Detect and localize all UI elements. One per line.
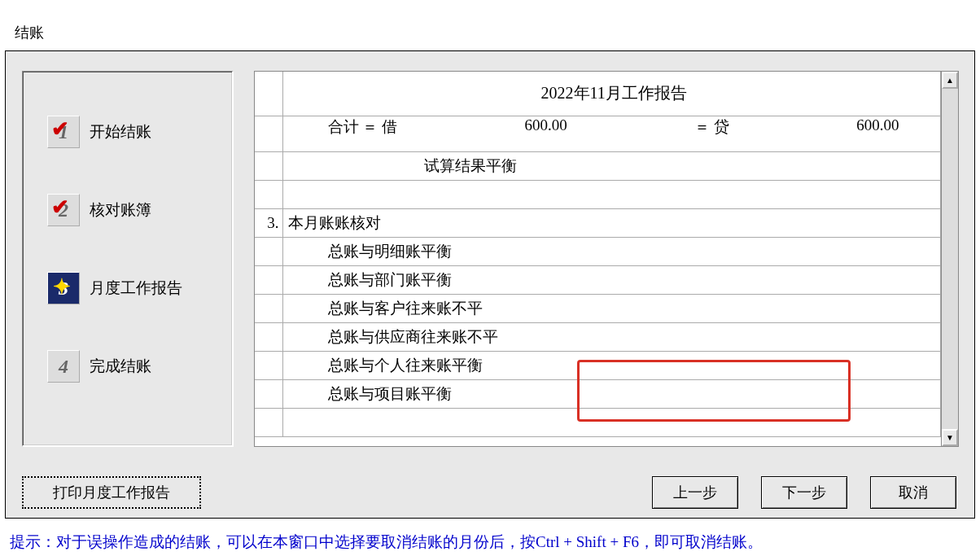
balance-result: 试算结果平衡 (282, 152, 941, 181)
report-title: 2022年11月工作报告 (282, 72, 941, 116)
totals-row: 合计 ＝ 借 600.00 ＝ 贷 600.00 (255, 116, 941, 152)
list-item: 总账与部门账平衡 (255, 266, 941, 295)
list-item: 总账与项目账平衡 (255, 380, 941, 409)
main-panel: 1 开始结账 2 核对账簿 3 月度工作报告 4 完成结账 2022年11月工作… (5, 50, 975, 519)
check-line: 总账与明细账平衡 (282, 238, 941, 266)
list-item: 总账与客户往来账不平 (255, 295, 941, 323)
step-3-icon: 3 (47, 272, 80, 304)
scroll-down-button[interactable]: ▼ (942, 429, 958, 446)
blank-row (255, 409, 941, 437)
sidebar-item-monthly-report[interactable]: 3 月度工作报告 (23, 260, 232, 316)
list-item: 总账与供应商往来账不平 (255, 323, 941, 352)
report-header-row: 2022年11月工作报告 (255, 72, 941, 116)
sidebar-item-label: 月度工作报告 (90, 278, 182, 299)
print-report-button[interactable]: 打印月度工作报告 (22, 476, 201, 509)
step-1-icon: 1 (47, 116, 80, 148)
check-line: 总账与个人往来账平衡 (282, 352, 941, 380)
totals-sum-label: 合计 ＝ 借 (328, 116, 398, 151)
cancel-button[interactable]: 取消 (870, 476, 956, 509)
list-item: 总账与明细账平衡 (255, 238, 941, 266)
sidebar-item-start[interactable]: 1 开始结账 (23, 104, 232, 160)
sidebar-item-label: 完成结账 (90, 356, 151, 377)
check-line-unbalanced: 总账与客户往来账不平 (282, 295, 941, 323)
totals-eq-label: ＝ 贷 (694, 116, 729, 151)
totals-debit: 600.00 (524, 116, 567, 151)
report-table: 2022年11月工作报告 合计 ＝ 借 600.00 ＝ 贷 600.00 试算… (255, 72, 941, 437)
section3-num: 3. (255, 209, 282, 238)
sidebar-item-label: 开始结账 (90, 121, 151, 142)
list-item: 总账与个人往来账平衡 (255, 352, 941, 380)
next-button[interactable]: 下一步 (761, 476, 847, 509)
section3-title: 本月账账核对 (282, 209, 941, 238)
blank-row (255, 181, 941, 209)
button-bar: 打印月度工作报告 上一步 下一步 取消 (6, 470, 974, 514)
tip-text: 提示：对于误操作造成的结账，可以在本窗口中选择要取消结账的月份后，按Ctrl +… (10, 532, 763, 553)
check-line: 总账与项目账平衡 (282, 380, 941, 409)
scroll-up-button[interactable]: ▲ (942, 72, 958, 89)
balance-result-row: 试算结果平衡 (255, 152, 941, 181)
step-4-icon: 4 (47, 350, 80, 383)
previous-button[interactable]: 上一步 (652, 476, 738, 509)
sidebar-item-verify[interactable]: 2 核对账簿 (23, 182, 232, 238)
sidebar-item-label: 核对账簿 (90, 199, 151, 221)
report-panel: 2022年11月工作报告 合计 ＝ 借 600.00 ＝ 贷 600.00 试算… (254, 71, 959, 447)
step-2-icon: 2 (47, 194, 80, 226)
vertical-scrollbar[interactable]: ▲ ▼ (941, 72, 958, 446)
wizard-sidebar: 1 开始结账 2 核对账簿 3 月度工作报告 4 完成结账 (22, 71, 234, 447)
sidebar-item-finish[interactable]: 4 完成结账 (23, 339, 232, 394)
section3-title-row: 3. 本月账账核对 (255, 209, 941, 238)
check-line-unbalanced: 总账与供应商往来账不平 (282, 323, 941, 352)
scroll-track[interactable] (942, 89, 958, 429)
check-line: 总账与部门账平衡 (282, 266, 941, 295)
totals-credit: 600.00 (856, 116, 899, 151)
report-content: 2022年11月工作报告 合计 ＝ 借 600.00 ＝ 贷 600.00 试算… (255, 72, 941, 446)
window-title: 结账 (15, 23, 44, 42)
